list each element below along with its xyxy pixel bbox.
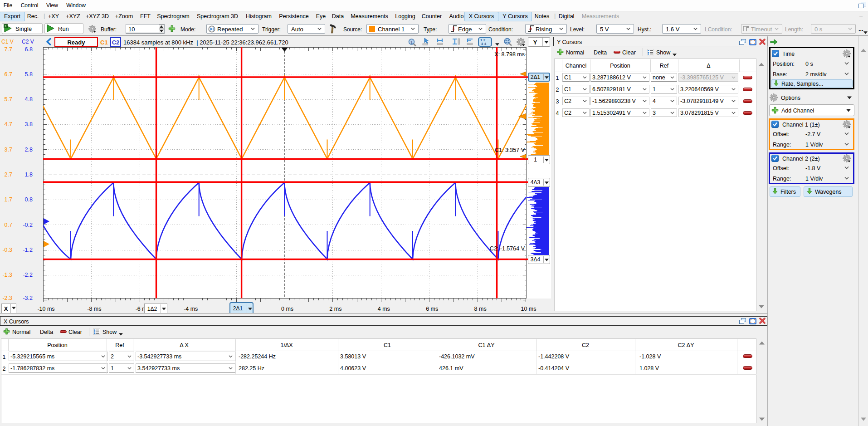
svg-text:1: 1 [410,40,413,44]
svg-text:1: 1 [5,24,6,28]
svg-text:X: 8.798 ms: X: 8.798 ms [494,51,525,58]
svg-text:C2: -1.5764 V: C2: -1.5764 V [490,245,525,252]
svg-text:C1: 3.357 V: C1: 3.357 V [495,147,525,153]
